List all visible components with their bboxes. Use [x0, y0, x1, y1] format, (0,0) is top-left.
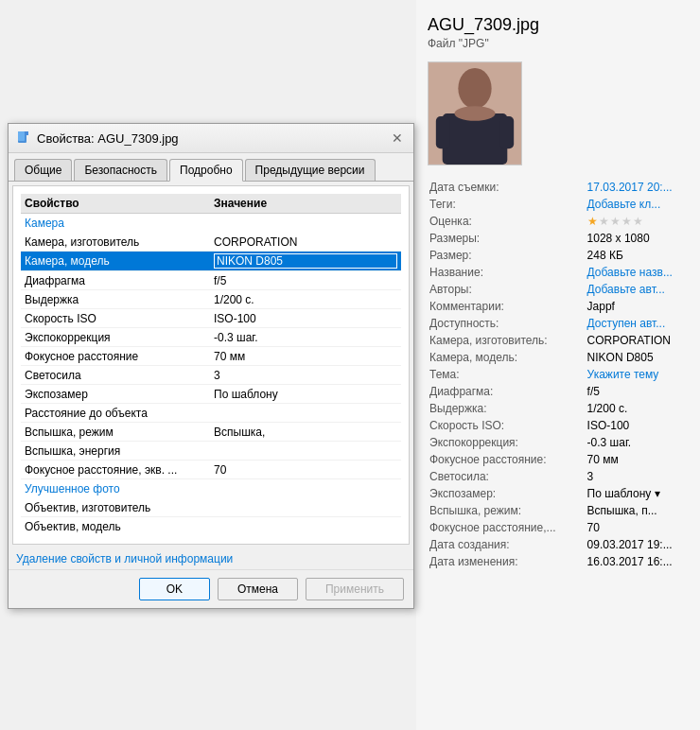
info-value: По шаблону ▾ [586, 485, 689, 502]
svg-rect-4 [436, 116, 450, 148]
info-row: Выдержка:1/200 с. [428, 400, 689, 417]
info-label: Скорость ISO: [428, 417, 586, 434]
close-button[interactable]: ✕ [389, 130, 406, 147]
info-row: Размеры:1028 x 1080 [428, 230, 689, 247]
prop-value-input[interactable] [214, 253, 397, 269]
table-row[interactable]: ЭкспозамерПо шаблону [21, 385, 401, 404]
info-row: Оценка:★★★★★ [428, 213, 689, 230]
section-label: Улучшенное фото [21, 479, 401, 498]
info-value: 3 [586, 468, 689, 485]
info-row: Дата создания:09.03.2017 19:... [428, 536, 689, 553]
prop-name: Камера, изготовитель [25, 235, 214, 249]
prop-name: Диафрагма [25, 274, 214, 287]
table-row[interactable]: Экспокоррекция-0.3 шаг. [21, 328, 401, 347]
table-row[interactable]: Камера, изготовительCORPORATION [21, 233, 401, 252]
table-row[interactable]: Объектив, модель [21, 517, 401, 533]
prop-name: Вспышка, режим [25, 426, 214, 439]
info-value: NIKON D805 [586, 349, 689, 366]
thumbnail [428, 61, 522, 165]
prop-name: Фокусное расстояние, экв. ... [25, 463, 214, 477]
table-row[interactable]: Скорость ISOISO-100 [21, 309, 401, 328]
prop-name: Объектив, модель [25, 520, 214, 533]
prop-value: ISO-100 [214, 312, 397, 325]
svg-rect-7 [18, 131, 25, 141]
info-value: CORPORATION [586, 332, 689, 349]
right-panel: AGU_7309.jpg Файл "JPG" Дата съемки:17.0… [416, 0, 700, 730]
info-row: Доступность:Доступен авт... [428, 315, 689, 332]
info-label: Размер: [428, 247, 586, 264]
info-row: Диафрагма:f/5 [428, 383, 689, 400]
info-row: Дата изменения:16.03.2017 16:... [428, 553, 689, 570]
info-value[interactable]: Доступен авт... [586, 315, 689, 332]
cancel-button[interactable]: Отмена [218, 578, 298, 600]
info-value: 70 [586, 519, 689, 536]
dialog-titlebar[interactable]: Свойства: AGU_7309.jpg ✕ [9, 124, 413, 153]
prop-value: Вспышка, [214, 426, 397, 439]
svg-rect-2 [443, 113, 508, 165]
info-value[interactable]: Укажите тему [586, 366, 689, 383]
tab-details[interactable]: Подробно [169, 159, 243, 182]
dialog-title: Свойства: AGU_7309.jpg [37, 131, 179, 146]
info-row: Размер:248 КБ [428, 247, 689, 264]
table-row[interactable]: Выдержка1/200 с. [21, 290, 401, 309]
info-row: Дата съемки:17.03.2017 20:... [428, 179, 689, 196]
props-body[interactable]: КамераКамера, изготовительCORPORATIONКам… [21, 214, 401, 533]
table-row[interactable]: Вспышка, энергия [21, 442, 401, 461]
svg-point-1 [458, 68, 491, 109]
dialog-buttons: OK Отмена Применить [9, 569, 413, 608]
info-label: Фокусное расстояние,... [428, 519, 586, 536]
tab-security[interactable]: Безопасность [74, 159, 167, 181]
info-value: Вспышка, п... [586, 502, 689, 519]
file-icon [16, 130, 31, 146]
info-row: Скорость ISO:ISO-100 [428, 417, 689, 434]
info-label: Название: [428, 264, 586, 281]
info-row: Тема:Укажите тему [428, 366, 689, 383]
info-label: Оценка: [428, 213, 586, 230]
properties-dialog: Свойства: AGU_7309.jpg ✕ Общие Безопасно… [8, 123, 414, 609]
info-label: Тема: [428, 366, 586, 383]
prop-value: 70 [214, 463, 397, 477]
info-value[interactable]: Добавьте назв... [586, 264, 689, 281]
info-value[interactable]: Добавьте авт... [586, 281, 689, 298]
table-row[interactable]: Объектив, изготовитель [21, 498, 401, 517]
info-label: Авторы: [428, 281, 586, 298]
info-value: 1/200 с. [586, 400, 689, 417]
prop-name: Вспышка, энергия [25, 444, 214, 458]
table-row[interactable]: Вспышка, режимВспышка, [21, 423, 401, 442]
info-value: 16.03.2017 16:... [586, 553, 689, 570]
info-label: Дата съемки: [428, 179, 586, 196]
info-label: Экспокоррекция: [428, 434, 586, 451]
svg-rect-9 [25, 131, 28, 135]
table-row[interactable]: Диафрагмаf/5 [21, 271, 401, 290]
table-row[interactable]: Расстояние до объекта [21, 404, 401, 423]
info-label: Фокусное расстояние: [428, 451, 586, 468]
info-value: Jappf [586, 298, 689, 315]
ok-button[interactable]: OK [139, 578, 210, 600]
table-row[interactable]: Фокусное расстояние70 мм [21, 347, 401, 366]
info-row: Светосила:3 [428, 468, 689, 485]
info-label: Камера, изготовитель: [428, 332, 586, 349]
info-row: Экспозамер:По шаблону ▾ [428, 485, 689, 502]
info-row: Теги:Добавьте кл... [428, 196, 689, 213]
prop-value[interactable] [214, 253, 397, 269]
stars-rating[interactable]: ★★★★★ [587, 215, 687, 228]
table-row[interactable]: Камера, модель [21, 252, 401, 271]
info-row: Фокусное расстояние,...70 [428, 519, 689, 536]
table-row[interactable]: Фокусное расстояние, экв. ...70 [21, 461, 401, 479]
prop-name: Фокусное расстояние [25, 350, 214, 363]
prop-value: 3 [214, 369, 397, 382]
tab-previous[interactable]: Предыдущие версии [245, 159, 376, 181]
info-value[interactable]: Добавьте кл... [586, 196, 689, 213]
info-value: 09.03.2017 19:... [586, 536, 689, 553]
table-row[interactable]: Светосила3 [21, 366, 401, 385]
info-row: Название:Добавьте назв... [428, 264, 689, 281]
info-label: Дата изменения: [428, 553, 586, 570]
info-value[interactable]: 17.03.2017 20:... [586, 179, 689, 196]
info-label: Диафрагма: [428, 383, 586, 400]
info-row: Камера, изготовитель:CORPORATION [428, 332, 689, 349]
col-header-value: Значение [214, 197, 397, 210]
tab-general[interactable]: Общие [14, 159, 72, 181]
remove-props-link[interactable]: Удаление свойств и личной информации [16, 552, 233, 565]
apply-button[interactable]: Применить [306, 578, 404, 600]
info-row: Фокусное расстояние:70 мм [428, 451, 689, 468]
